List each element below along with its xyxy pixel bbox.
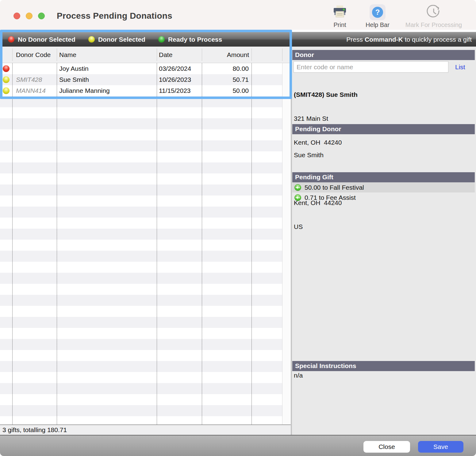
donor-code-cell: MANN414 [13,85,56,96]
table-row[interactable]: Joy Austin 03/26/2024 80.00 [0,63,282,74]
pending-gift-label: 50.00 to Fall Festival [305,184,364,191]
close-window-button[interactable] [13,13,20,19]
clock-icon [397,4,470,20]
mark-for-processing-label: Mark For Processing [397,21,470,28]
hint-key: Command-K [365,36,403,43]
yellow-status-icon [3,76,10,83]
legend-ready-to-process: Ready to Process [158,36,222,43]
red-status-icon [3,65,10,72]
print-label: Print [327,21,353,28]
status-legend-bar: No Donor Selected Donor Selected Ready t… [2,32,290,47]
green-status-icon [158,36,165,43]
legend-donor-selected: Donor Selected [88,36,145,43]
amount-cell: 50.71 [202,74,251,85]
table-row[interactable]: SMIT428 Sue Smith 10/26/2023 50.71 [0,74,282,85]
mark-for-processing-button: Mark For Processing [397,4,470,28]
red-status-icon [8,36,14,43]
printer-icon [327,4,353,20]
legend-no-donor-selected: No Donor Selected [8,36,75,43]
donor-code-cell [13,63,56,74]
donations-table-body: Joy Austin 03/26/2024 80.00 SMIT428 Sue … [0,63,291,424]
column-header-donor-code[interactable]: Donor Code [16,47,51,63]
yellow-status-icon [3,87,10,94]
donor-section-header: Donor [292,50,475,60]
pending-gift-label: 0.71 to Fee Assist [305,194,356,201]
hint-suffix: to quickly process a gift [405,36,472,43]
print-button[interactable]: Print [327,4,353,28]
help-icon: ? [361,4,394,20]
name-cell: Sue Smith [57,74,156,85]
legend-label: Ready to Process [168,36,222,43]
amount-cell: 50.00 [202,85,251,96]
donor-code-cell: SMIT428 [13,74,56,85]
donor-search-input[interactable] [294,61,448,73]
name-cell: Joy Austin [57,63,156,74]
column-header-name[interactable]: Name [59,47,76,63]
footer-bar: Close Save [0,435,476,456]
close-button[interactable]: Close [363,441,410,453]
zoom-window-button[interactable] [38,13,45,19]
special-instructions-section-header: Special Instructions [292,361,475,371]
selected-donor-address-line: 321 Main St [294,115,358,123]
process-pending-donations-window: Process Pending Donations Print ? [0,0,476,456]
process-arrow-icon [294,194,301,201]
legend-label: No Donor Selected [18,36,75,43]
minimize-window-button[interactable] [26,13,33,19]
pending-gift-item[interactable]: 0.71 to Fee Assist [292,192,475,203]
table-row[interactable]: MANN414 Julianne Manning 11/15/2023 50.0… [0,85,282,96]
date-cell: 10/26/2023 [157,74,202,85]
column-header-amount[interactable]: Amount [202,47,249,63]
save-button[interactable]: Save [418,441,463,453]
column-header-date[interactable]: Date [159,47,172,63]
pending-gift-section-header: Pending Gift [292,172,475,182]
amount-cell: 80.00 [202,63,251,74]
selected-donor-name: (SMIT428) Sue Smith [294,91,358,99]
date-cell: 03/26/2024 [157,63,202,74]
pending-donor-line: Sue Smith [294,151,342,159]
special-instructions-value: n/a [294,372,303,379]
help-bar-label: Help Bar [361,21,394,28]
donations-table-header: Donor Code Name Date Amount [0,47,291,63]
legend-label: Donor Selected [98,36,145,43]
shortcut-hint-bar: Press Command-K to quickly process a gif… [292,32,476,47]
name-cell: Julianne Manning [57,85,156,96]
title-bar: Process Pending Donations Print ? [0,0,476,30]
pending-gift-item[interactable]: 50.00 to Fall Festival [292,182,475,192]
list-link[interactable]: List [455,61,465,73]
window-title: Process Pending Donations [57,11,172,21]
hint-prefix: Press [346,36,363,43]
yellow-status-icon [88,36,95,43]
pending-donor-section-header: Pending Donor [292,124,475,134]
process-arrow-icon [294,184,301,191]
gifts-summary-bar: 3 gifts, totalling 180.71 [0,424,291,435]
pending-donor-line: US [294,223,342,231]
table-scrollbar-track [282,63,291,424]
date-cell: 11/15/2023 [157,85,202,96]
help-bar-button[interactable]: ? Help Bar [361,4,394,28]
